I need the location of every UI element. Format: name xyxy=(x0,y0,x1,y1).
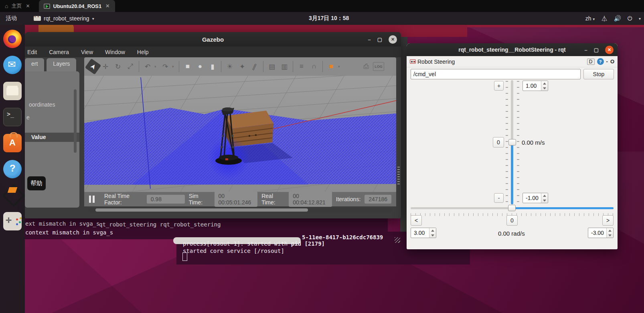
linear-slider-handle[interactable] xyxy=(508,139,516,145)
select-tool-icon[interactable]: ➤ xyxy=(85,59,101,75)
tab-insert[interactable]: ert xyxy=(25,58,44,71)
rqt-window-title: rqt_robot_steering__RobotSteering - rqt xyxy=(458,46,566,53)
linear-max-spinbox[interactable]: 1.00 xyxy=(522,81,548,91)
spin-down-icon[interactable] xyxy=(541,198,548,203)
point-light-icon[interactable]: ☀ xyxy=(224,61,235,73)
snap-icon[interactable]: ∩ xyxy=(308,61,320,73)
tab-layers[interactable]: Layers xyxy=(47,58,76,71)
spin-down-icon[interactable] xyxy=(607,233,613,238)
menu-help[interactable]: Help xyxy=(137,49,149,55)
minimize-button[interactable]: – xyxy=(368,36,371,42)
panel-splitter[interactable] xyxy=(396,83,401,244)
maximize-button[interactable]: ▢ xyxy=(594,47,599,53)
angular-slider-handle[interactable] xyxy=(508,205,516,211)
align-icon[interactable]: ≡ xyxy=(296,61,307,73)
undo-icon[interactable]: ↶ xyxy=(142,61,153,73)
rqt-gamepad-icon[interactable] xyxy=(3,212,22,230)
angular-max-spinbox[interactable]: 3.00 xyxy=(411,228,436,238)
linear-max-value[interactable]: 1.00 xyxy=(523,81,541,91)
screenshot-icon[interactable]: ⎙ xyxy=(360,61,372,73)
files-icon[interactable] xyxy=(3,82,22,100)
thunderbird-icon[interactable] xyxy=(3,56,22,74)
volume-icon[interactable]: 🔊 xyxy=(614,15,621,22)
spin-up-icon[interactable] xyxy=(607,228,613,233)
gazebo-titlebar[interactable]: Gazebo – ▢ ✕ xyxy=(25,32,401,46)
splitter-handle-icon[interactable] xyxy=(397,167,400,185)
menu-window[interactable]: Window xyxy=(105,49,125,55)
resize-grip-icon[interactable] xyxy=(395,237,400,243)
spot-light-icon[interactable]: ✦ xyxy=(237,61,248,73)
tree-item-coordinates[interactable]: oordinates xyxy=(29,101,55,108)
insert-box-icon[interactable]: ■ xyxy=(182,61,193,73)
panel-scrollbar[interactable] xyxy=(74,89,77,153)
redo-icon[interactable]: ↷ xyxy=(160,61,171,73)
angular-min-spinbox[interactable]: -3.00 xyxy=(588,228,614,238)
angular-min-value[interactable]: -3.00 xyxy=(588,228,606,238)
network-icon[interactable]: ⏃ xyxy=(601,15,607,22)
pause-icon[interactable] xyxy=(89,196,95,203)
chevron-down-icon[interactable]: ▾ xyxy=(639,16,641,21)
angular-max-value[interactable]: 3.00 xyxy=(411,228,429,238)
tab-ubuntu-vm[interactable]: Ubuntu20.04_ROS1 ✕ xyxy=(39,0,115,12)
language-indicator[interactable]: zh ▾ xyxy=(585,15,595,22)
menu-edit[interactable]: Edit xyxy=(27,49,37,55)
app-menu[interactable]: rqt_robot_steering ▾ xyxy=(34,15,94,22)
ubuntu-software-icon[interactable] xyxy=(3,134,22,152)
help-app-icon[interactable] xyxy=(3,160,22,178)
menu-camera[interactable]: Camera xyxy=(49,49,69,55)
spin-up-icon[interactable] xyxy=(429,228,436,233)
scrollbar-thumb[interactable] xyxy=(95,208,308,212)
system-status-area[interactable]: zh ▾ ⏃ 🔊 ⏻ ▾ xyxy=(585,12,641,25)
view-angle-icon[interactable]: ■ xyxy=(326,61,337,73)
spin-down-icon[interactable] xyxy=(429,233,436,238)
spin-down-icon[interactable] xyxy=(541,86,548,91)
linear-decrease-button[interactable]: - xyxy=(494,193,504,203)
tree-item-fragment[interactable]: e xyxy=(26,114,30,121)
tab-home[interactable]: ⌂ 主页 ✕ xyxy=(0,0,36,12)
maximize-button[interactable]: ▢ xyxy=(377,36,382,42)
translate-tool-icon[interactable]: ✛ xyxy=(100,61,111,73)
close-tab-icon[interactable]: ✕ xyxy=(105,3,110,9)
rqt-titlebar[interactable]: rqt_robot_steering__RobotSteering - rqt … xyxy=(407,43,618,56)
topic-input[interactable] xyxy=(411,69,581,79)
power-icon[interactable]: ⏻ xyxy=(628,15,632,22)
insert-sphere-icon[interactable]: ● xyxy=(194,61,206,73)
linear-min-spinbox[interactable]: -1.00 xyxy=(522,193,548,203)
log-record-icon[interactable]: LOG xyxy=(373,62,384,71)
angular-zero-button[interactable]: 0 xyxy=(506,215,518,226)
view-angle-dropdown-icon[interactable]: ▾ xyxy=(338,65,342,69)
stop-button[interactable]: Stop xyxy=(583,69,614,79)
angular-right-button[interactable]: > xyxy=(602,215,614,226)
spin-up-icon[interactable] xyxy=(541,193,548,198)
help-icon[interactable]: ? xyxy=(597,58,604,65)
terminal-icon[interactable] xyxy=(3,108,22,126)
insert-cylinder-icon[interactable]: ▮ xyxy=(207,61,218,73)
plugin-close-button[interactable]: O xyxy=(610,59,614,65)
linear-zero-button[interactable]: 0 xyxy=(493,137,504,147)
redo-dropdown-icon[interactable]: ▾ xyxy=(172,65,176,69)
linear-increase-button[interactable]: + xyxy=(494,81,504,91)
undo-dropdown-icon[interactable]: ▾ xyxy=(154,65,158,69)
angular-left-button[interactable]: < xyxy=(411,215,422,226)
linear-min-value[interactable]: -1.00 xyxy=(523,193,541,203)
dock-button[interactable]: D xyxy=(587,59,595,65)
clock[interactable]: 3月17日 10：58 xyxy=(309,12,349,25)
terminal-pid: pid [2179] xyxy=(291,240,325,247)
close-tab-icon[interactable]: ✕ xyxy=(25,3,30,9)
minimize-button[interactable]: – xyxy=(584,47,587,53)
rotate-tool-icon[interactable]: ↻ xyxy=(112,61,124,73)
menu-view[interactable]: View xyxy=(81,49,93,55)
spin-up-icon[interactable] xyxy=(541,81,548,86)
copy-icon[interactable]: ▤ xyxy=(266,61,277,73)
gazebo-3d-viewport[interactable] xyxy=(84,76,396,192)
close-button[interactable]: ✕ xyxy=(389,35,397,44)
scale-tool-icon[interactable]: ⤢ xyxy=(125,61,136,73)
close-button[interactable]: ✕ xyxy=(605,46,614,54)
activities-button[interactable]: 活动 xyxy=(0,15,22,22)
firefox-icon[interactable] xyxy=(3,30,22,48)
plugin-minimize-button[interactable]: - xyxy=(606,59,608,65)
gazebo-app-icon[interactable] xyxy=(3,186,22,204)
paste-icon[interactable]: ▥ xyxy=(279,61,290,73)
directional-light-icon[interactable]: ∥ xyxy=(247,59,262,74)
horizontal-scrollbar[interactable] xyxy=(88,208,392,212)
